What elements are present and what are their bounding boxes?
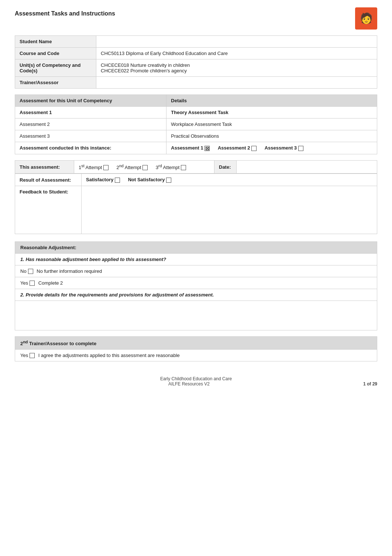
feedback-label: Feedback to Student:: [15, 186, 82, 234]
assessment3-label: Assessment 3: [15, 130, 166, 142]
unit-col1-header: Assessment for this Unit of Competency: [15, 95, 166, 107]
attempt-label: This assessment:: [15, 160, 74, 174]
reasonable-yes-cell: Yes Complete 2: [15, 277, 377, 289]
conducted-row: Assessment conducted in this instance: A…: [15, 142, 377, 154]
student-name-row: Student Name: [15, 36, 377, 48]
reasonable-yes-row: Yes Complete 2: [15, 277, 377, 289]
assessment2-detail: Workplace Assessment Task: [166, 119, 377, 130]
attempt-row: This assessment: 1st Attempt 2nd Attempt…: [15, 160, 377, 174]
not-satisfactory-check[interactable]: Not Satisfactory: [128, 177, 171, 182]
unit-col2-header: Details: [166, 95, 377, 107]
trainer-row: Trainer/Assessor: [15, 77, 377, 89]
student-name-label: Student Name: [15, 36, 96, 48]
unit-line1: CHCECE018 Nurture creativity in children: [101, 62, 190, 68]
assessment1-row: Assessment 1 Theory Assessment Task: [15, 107, 377, 119]
feedback-value[interactable]: [82, 186, 377, 234]
reasonable-header-row: Reasonable Adjustment:: [15, 242, 377, 254]
unit-row: Unit(s) of Competency and Code(s) CHCECE…: [15, 59, 377, 77]
reasonable-header: Reasonable Adjustment:: [15, 242, 377, 254]
trainer-agree-row: Yes I agree the adjustments applied to t…: [15, 350, 377, 361]
reasonable-details-cell: [15, 301, 377, 330]
no-check[interactable]: No: [20, 268, 33, 274]
trainer-header-text: 2nd Trainer/Assessor to complete: [20, 341, 96, 346]
unit-label: Unit(s) of Competency and Code(s): [15, 59, 96, 77]
assessment2-row: Assessment 2 Workplace Assessment Task: [15, 119, 377, 130]
page: Assessment Tasks and Instructions 🧑 Stud…: [0, 0, 392, 556]
reasonable-no-row: No No further information required: [15, 265, 377, 277]
assessment3-detail: Practical Observations: [166, 130, 377, 142]
assessment-unit-table: Assessment for this Unit of Competency D…: [15, 95, 377, 154]
reasonable-no-cell: No No further information required: [15, 265, 377, 277]
satisfactory-check[interactable]: Satisfactory: [86, 177, 121, 182]
trainer-header: 2nd Trainer/Assessor to complete: [15, 337, 377, 350]
course-code-row: Course and Code CHC50113 Diploma of Earl…: [15, 48, 377, 59]
date-value-cell: [237, 160, 377, 174]
conducted-checks: Assessment 1 ☒ Assessment 2 Assessment 3: [166, 142, 377, 154]
page-title: Assessment Tasks and Instructions: [15, 7, 115, 17]
reasonable-details-row: [15, 301, 377, 330]
student-name-value: [96, 36, 377, 48]
reasonable-q2-row: 2. Provide details for the requirements …: [15, 289, 377, 301]
feedback-row: Feedback to Student:: [15, 186, 377, 234]
reasonable-q2: 2. Provide details for the requirements …: [15, 289, 377, 301]
header: Assessment Tasks and Instructions 🧑: [15, 7, 377, 30]
result-label: Result of Assessment:: [15, 174, 82, 186]
result-table: Result of Assessment: Satisfactory Not S…: [15, 174, 377, 234]
trainer-value: [96, 77, 377, 89]
date-label: Date:: [219, 164, 231, 170]
footer-page: 1 of 29: [363, 381, 377, 387]
attempt2[interactable]: 2nd Attempt: [117, 165, 149, 170]
attempt1[interactable]: 1st Attempt: [79, 165, 110, 170]
trainer-label: Trainer/Assessor: [15, 77, 96, 89]
assessment1-detail: Theory Assessment Task: [166, 107, 377, 119]
trainer-table: 2nd Trainer/Assessor to complete Yes I a…: [15, 336, 377, 361]
assessment3-row: Assessment 3 Practical Observations: [15, 130, 377, 142]
attempt3[interactable]: 3rd Attempt: [156, 165, 186, 170]
conducted-label: Assessment conducted in this instance:: [15, 142, 166, 154]
unit-value: CHCECE018 Nurture creativity in children…: [96, 59, 377, 77]
unit-line2: CHCECE022 Promote children's agency: [101, 68, 187, 73]
assessment1-conducted[interactable]: Assessment 1 ☒: [171, 145, 211, 151]
logo-icon: 🧑: [355, 7, 377, 30]
footer-line2: AILFE Resources V2: [168, 381, 210, 387]
reasonable-table: Reasonable Adjustment: 1. Has reasonable…: [15, 241, 377, 330]
attempt-table: This assessment: 1st Attempt 2nd Attempt…: [15, 160, 377, 174]
reasonable-q1: 1. Has reasonable adjustment been applie…: [15, 254, 377, 265]
assessment3-conducted[interactable]: Assessment 3: [265, 145, 303, 151]
student-info-table: Student Name Course and Code CHC50113 Di…: [15, 35, 377, 89]
footer: Early Childhood Education and Care AILFE…: [15, 373, 377, 387]
assessment2-conducted[interactable]: Assessment 2: [218, 145, 258, 151]
reasonable-q1-row: 1. Has reasonable adjustment been applie…: [15, 254, 377, 265]
trainer-yes-check[interactable]: Yes: [20, 353, 35, 358]
date-cell: Date:: [214, 160, 237, 174]
unit-header-row: Assessment for this Unit of Competency D…: [15, 95, 377, 107]
trainer-header-row: 2nd Trainer/Assessor to complete: [15, 337, 377, 350]
attempt-checks: 1st Attempt 2nd Attempt 3rd Attempt: [74, 160, 214, 174]
assessment1-label: Assessment 1: [15, 107, 166, 119]
result-row: Result of Assessment: Satisfactory Not S…: [15, 174, 377, 186]
result-checks: Satisfactory Not Satisfactory: [82, 174, 377, 186]
course-code-label: Course and Code: [15, 48, 96, 59]
yes-check[interactable]: Yes: [20, 280, 35, 286]
footer-line1: Early Childhood Education and Care: [160, 376, 232, 381]
course-code-value: CHC50113 Diploma of Early Childhood Educ…: [96, 48, 377, 59]
trainer-agree-cell: Yes I agree the adjustments applied to t…: [15, 350, 377, 361]
assessment2-label: Assessment 2: [15, 119, 166, 130]
